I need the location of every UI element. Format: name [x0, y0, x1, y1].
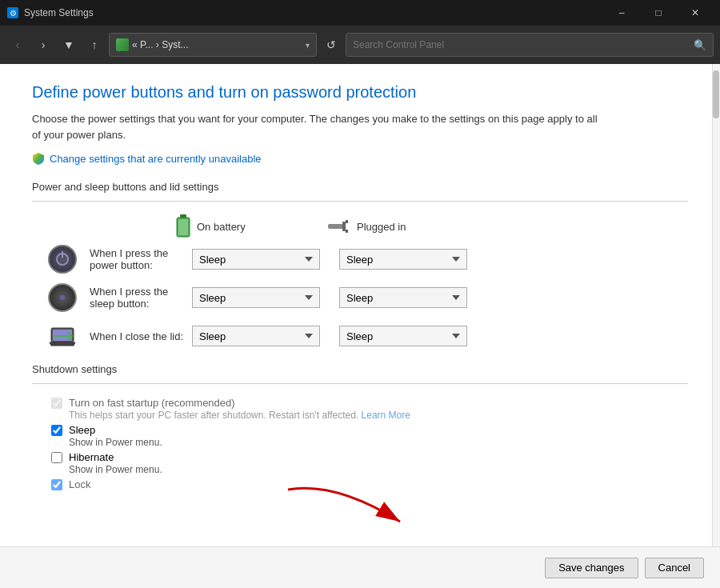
recent-locations-button[interactable]: ▼	[58, 34, 80, 56]
app-icon: ⚙	[6, 6, 19, 19]
sleep-battery-dropdown-wrapper: Do nothing Sleep Hibernate Shut down	[192, 287, 320, 308]
sleep-subtext: Show in Power menu.	[69, 437, 688, 448]
power-plugged-dropdown-wrapper: Do nothing Sleep Hibernate Shut down	[339, 249, 467, 270]
address-dropdown-button[interactable]: ▾	[306, 41, 310, 50]
sleep-checkbox-label: Sleep	[69, 424, 95, 436]
search-bar[interactable]: 🔍	[346, 33, 714, 57]
power-button-row: When I press the power button: Do nothin…	[32, 245, 688, 274]
power-plugged-dropdown[interactable]: Do nothing Sleep Hibernate Shut down	[339, 249, 467, 270]
lid-battery-dropdown-wrapper: Do nothing Sleep Hibernate Shut down	[192, 326, 320, 346]
col-header-battery: On battery	[176, 214, 328, 238]
lid-row: When I close the lid: Do nothing Sleep H…	[32, 322, 688, 350]
sleep-plugged-dropdown-wrapper: Do nothing Sleep Hibernate Shut down	[339, 287, 467, 308]
sleep-plugged-dropdown[interactable]: Do nothing Sleep Hibernate Shut down	[339, 287, 467, 308]
lid-icon	[48, 322, 77, 350]
learn-more-link[interactable]: Learn More	[362, 410, 410, 421]
page-title: Define power buttons and turn on passwor…	[32, 83, 688, 102]
sleep-button-label: When I press the sleep button:	[90, 286, 192, 310]
address-icon	[116, 38, 129, 51]
svg-rect-4	[178, 219, 188, 235]
scrollbar-thumb[interactable]	[713, 70, 719, 118]
shutdown-header: Shutdown settings	[32, 363, 688, 375]
change-settings-link[interactable]: Change settings that are currently unava…	[32, 152, 688, 165]
power-sleep-label: Power and sleep buttons and lid settings	[32, 181, 218, 193]
svg-rect-2	[180, 214, 186, 218]
refresh-button[interactable]: ↺	[320, 34, 342, 56]
content-area: Define power buttons and turn on passwor…	[0, 64, 720, 546]
power-battery-dropdown-wrapper: Do nothing Sleep Hibernate Shut down	[192, 249, 320, 270]
svg-rect-7	[346, 220, 348, 223]
hibernate-subtext: Show in Power menu.	[69, 464, 688, 475]
close-button[interactable]: ✕	[677, 0, 714, 26]
sleep-battery-dropdown[interactable]: Do nothing Sleep Hibernate Shut down	[192, 287, 320, 308]
col-plugged-label: Plugged in	[357, 221, 406, 233]
section-divider-2	[32, 383, 688, 384]
fast-startup-checkbox[interactable]	[51, 398, 62, 409]
power-battery-dropdown[interactable]: Do nothing Sleep Hibernate Shut down	[192, 249, 320, 270]
power-button-icon	[48, 245, 77, 274]
back-button[interactable]: ‹	[6, 34, 29, 56]
fast-startup-label: Turn on fast startup (recommended)	[69, 397, 235, 409]
change-settings-label: Change settings that are currently unava…	[50, 153, 262, 165]
plugged-icon	[328, 219, 350, 234]
svg-rect-6	[342, 222, 346, 231]
hibernate-checkbox-row: Hibernate Show in Power menu.	[32, 451, 688, 475]
svg-text:⚙: ⚙	[10, 9, 17, 18]
lid-plugged-dropdown[interactable]: Do nothing Sleep Hibernate Shut down	[339, 326, 467, 346]
shield-icon	[32, 152, 45, 165]
forward-button[interactable]: ›	[32, 34, 54, 56]
save-changes-button[interactable]: Save changes	[545, 558, 638, 578]
window-title: System Settings	[24, 7, 603, 18]
fast-startup-row: Turn on fast startup (recommended) This …	[32, 397, 688, 421]
toolbar: ‹ › ▼ ↑ « P... › Syst... ▾ ↺ 🔍	[0, 26, 720, 64]
col-header-plugged: Plugged in	[328, 219, 480, 234]
sleep-checkbox-row: Sleep Show in Power menu.	[32, 424, 688, 448]
power-sleep-section: Power and sleep buttons and lid settings…	[32, 181, 688, 350]
lock-checkbox-row: Lock	[32, 478, 688, 490]
sleep-checkbox[interactable]	[51, 425, 62, 436]
address-path: « P... › Syst...	[132, 39, 302, 50]
svg-rect-5	[328, 224, 344, 229]
cancel-button[interactable]: Cancel	[645, 558, 704, 578]
scrollbar-track[interactable]	[712, 64, 720, 588]
lock-label: Lock	[69, 478, 90, 490]
shutdown-label: Shutdown settings	[32, 363, 117, 375]
hibernate-label: Hibernate	[69, 451, 114, 463]
page-description: Choose the power settings that you want …	[32, 111, 608, 142]
lid-label: When I close the lid:	[90, 330, 192, 342]
address-bar[interactable]: « P... › Syst... ▾	[109, 33, 317, 57]
svg-rect-8	[346, 230, 348, 233]
up-button[interactable]: ↑	[83, 34, 106, 56]
section-divider-1	[32, 201, 688, 202]
title-bar: ⚙ System Settings – □ ✕	[0, 0, 720, 26]
lid-battery-dropdown[interactable]: Do nothing Sleep Hibernate Shut down	[192, 326, 320, 346]
lock-checkbox[interactable]	[51, 479, 62, 490]
minimize-button[interactable]: –	[603, 0, 640, 26]
hibernate-checkbox[interactable]	[51, 452, 62, 463]
lid-plugged-dropdown-wrapper: Do nothing Sleep Hibernate Shut down	[339, 326, 467, 346]
maximize-button[interactable]: □	[640, 0, 677, 26]
col-battery-label: On battery	[197, 221, 246, 233]
search-icon[interactable]: 🔍	[694, 39, 706, 51]
battery-icon	[176, 214, 190, 238]
power-button-label: When I press the power button:	[90, 247, 192, 271]
svg-point-9	[60, 295, 65, 300]
main-window: Define power buttons and turn on passwor…	[0, 64, 720, 588]
power-sleep-header: Power and sleep buttons and lid settings	[32, 181, 688, 193]
fast-startup-subtext: This helps start your PC faster after sh…	[69, 410, 688, 421]
sleep-button-row: When I press the sleep button: Do nothin…	[32, 283, 688, 312]
column-headers: On battery Plugged in	[176, 214, 688, 238]
window-controls: – □ ✕	[603, 0, 714, 26]
search-input[interactable]	[353, 39, 689, 50]
shutdown-section: Shutdown settings Turn on fast startup (…	[32, 363, 688, 490]
footer-bar: Save changes Cancel	[0, 546, 720, 588]
sleep-button-icon	[48, 283, 77, 312]
